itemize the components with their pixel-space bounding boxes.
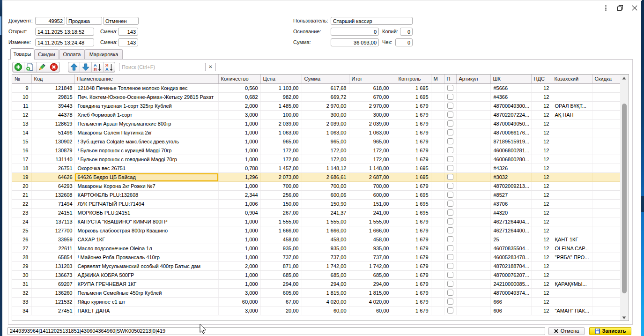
svg-text:Я: Я — [94, 67, 96, 72]
svg-text:А: А — [105, 67, 109, 72]
